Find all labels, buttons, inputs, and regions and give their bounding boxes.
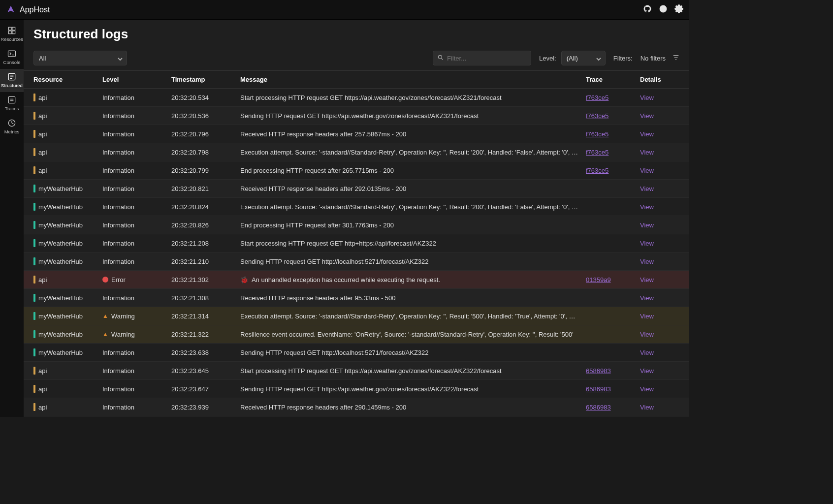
timestamp: 20:32:20.536 [171,112,240,120]
resource-color-bar [33,166,35,174]
view-details-link[interactable]: View [640,203,654,211]
filter-icon[interactable] [673,54,679,63]
resource-name: api [38,167,47,174]
table-row: apiError20:32:21.302🐞 An unhandled excep… [24,271,689,289]
trace-link[interactable]: 01359a9 [586,276,611,284]
level-text: Information [102,221,134,229]
bug-icon: 🐞 [240,276,248,284]
timestamp: 20:32:20.824 [171,203,240,211]
view-details-link[interactable]: View [640,276,654,284]
trace-link[interactable]: 6586983 [586,404,611,411]
level-select[interactable]: (All) [561,51,606,65]
view-details-link[interactable]: View [640,367,654,375]
help-icon[interactable] [652,4,668,15]
sidebar-item-structured[interactable]: Structured [0,69,24,92]
message: Sending HTTP request GET https://api.wea… [240,385,586,393]
timestamp: 20:32:21.314 [171,313,240,320]
trace-link[interactable]: f763ce5 [586,149,609,156]
message: Start processing HTTP request GET http+h… [240,240,586,247]
view-details-link[interactable]: View [640,385,654,393]
timestamp: 20:32:23.638 [171,349,240,356]
trace-link[interactable]: f763ce5 [586,130,609,138]
level-text: Information [102,367,134,375]
view-details-link[interactable]: View [640,167,654,174]
level-label: Level: [539,55,556,62]
svg-rect-7 [8,51,16,57]
view-details-link[interactable]: View [640,185,654,192]
app-title: AppHost [20,5,50,14]
trace-link[interactable]: 6586983 [586,367,611,375]
view-details-link[interactable]: View [640,112,654,120]
filter-input[interactable] [447,55,530,62]
resource-name: myWeatherHub [38,203,83,211]
table-row: myWeatherHubInformation20:32:21.210Sendi… [24,252,689,271]
view-details-link[interactable]: View [640,240,654,247]
level-text: Information [102,294,134,302]
level-text: Information [102,203,134,211]
error-icon [102,277,108,283]
trace-link[interactable]: f763ce5 [586,167,609,174]
sidebar-item-console[interactable]: Console [0,46,24,69]
view-details-link[interactable]: View [640,349,654,356]
message: Execution attempt. Source: '-standard//S… [240,149,586,156]
resource-color-bar [33,276,35,284]
sidebar-item-label: Resources [0,36,23,42]
view-details-link[interactable]: View [640,130,654,138]
level-text: Information [102,258,134,265]
page-title: Structured logs [24,20,689,51]
svg-rect-5 [8,31,11,34]
table-row: myWeatherHub▲Warning20:32:21.314Executio… [24,307,689,325]
view-details-link[interactable]: View [640,404,654,411]
view-details-link[interactable]: View [640,221,654,229]
svg-rect-9 [8,96,15,103]
level-select-value: (All) [567,55,578,62]
table-header-row: Resource Level Timestamp Message Trace D… [24,71,689,89]
trace-cell: f763ce5 [586,149,640,156]
sidebar-item-metrics[interactable]: Metrics [0,115,24,138]
level-text: Information [102,185,134,192]
trace-link[interactable]: f763ce5 [586,112,609,120]
filter-search[interactable] [433,51,531,65]
resource-name: api [38,404,47,411]
warning-icon: ▲ [102,331,108,338]
resource-color-bar [33,94,35,101]
trace-link[interactable]: 6586983 [586,385,611,393]
sidebar-item-label: Structured [1,83,23,88]
col-level: Level [102,76,171,83]
trace-cell: 6586983 [586,367,640,375]
sidebar-item-traces[interactable]: Traces [0,92,24,115]
view-details-link[interactable]: View [640,313,654,320]
resource-name: api [38,112,47,120]
message: Sending HTTP request GET https://api.wea… [240,112,586,120]
resource-name: myWeatherHub [38,349,83,356]
trace-link[interactable]: f763ce5 [586,94,609,101]
github-icon[interactable] [636,4,652,15]
svg-rect-6 [12,31,15,34]
sidebar-item-resources[interactable]: Resources [0,23,24,46]
timestamp: 20:32:21.322 [171,331,240,338]
timestamp: 20:32:23.645 [171,367,240,375]
chevron-down-icon [118,56,123,63]
timestamp: 20:32:21.208 [171,240,240,247]
trace-cell: f763ce5 [586,94,640,101]
message: 🐞 An unhandled exception has occurred wh… [240,276,586,284]
settings-icon[interactable] [668,4,683,15]
svg-rect-3 [8,27,11,30]
resource-color-bar [33,221,35,229]
view-details-link[interactable]: View [640,94,654,101]
table-row: apiInformation20:32:20.798Execution atte… [24,143,689,161]
resource-name: api [38,367,47,375]
resource-name: myWeatherHub [38,313,83,320]
view-details-link[interactable]: View [640,331,654,338]
view-details-link[interactable]: View [640,258,654,265]
view-details-link[interactable]: View [640,294,654,302]
message: Received HTTP response headers after 257… [240,130,586,138]
filters-value: No filters [641,55,666,62]
col-timestamp: Timestamp [171,76,240,83]
resource-color-bar [33,312,35,320]
resource-name: api [38,385,47,393]
sidebar-item-label: Metrics [4,129,20,134]
timestamp: 20:32:23.939 [171,404,240,411]
view-details-link[interactable]: View [640,149,654,156]
resource-select[interactable]: All [33,51,127,65]
